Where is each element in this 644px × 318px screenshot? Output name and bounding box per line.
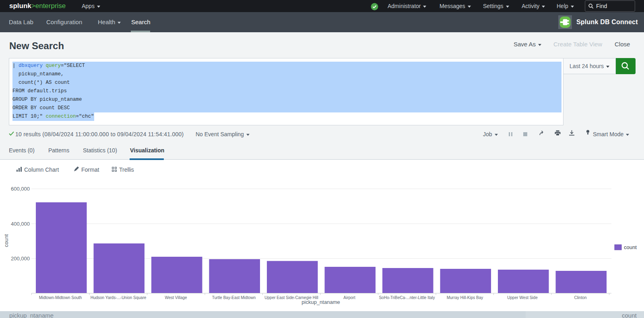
svg-text:count: count	[624, 244, 637, 250]
svg-text:SoHo-TriBeCa-...nter-Little It: SoHo-TriBeCa-...nter-Little Italy	[379, 295, 435, 300]
svg-text:200,000: 200,000	[11, 256, 30, 262]
svg-text:600,000: 600,000	[11, 186, 30, 192]
svg-text:pickup_ntaname: pickup_ntaname	[301, 299, 340, 305]
svg-text:Murray Hill-Kips Bay: Murray Hill-Kips Bay	[447, 295, 483, 300]
svg-text:count: count	[3, 234, 9, 247]
svg-text:Midtown-Midtown South: Midtown-Midtown South	[39, 295, 82, 300]
svg-text:West Village: West Village	[165, 295, 187, 300]
svg-text:Clinton: Clinton	[574, 295, 586, 300]
svg-text:Turtle Bay-East Midtown: Turtle Bay-East Midtown	[212, 295, 256, 300]
svg-text:400,000: 400,000	[11, 221, 30, 227]
svg-text:Airport: Airport	[343, 295, 355, 300]
svg-text:Hudson Yards-...-Union Square: Hudson Yards-...-Union Square	[91, 295, 147, 300]
svg-text:Upper West Side: Upper West Side	[507, 295, 538, 300]
